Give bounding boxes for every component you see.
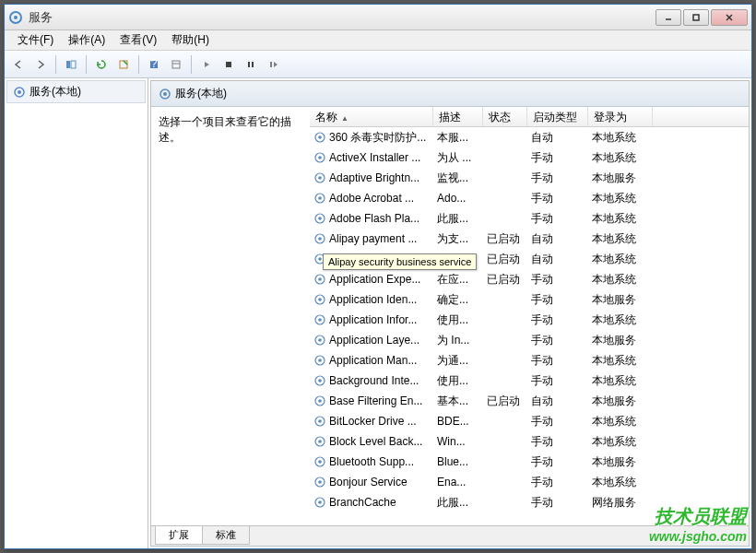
forward-button[interactable] (30, 54, 51, 75)
svg-point-30 (318, 217, 322, 220)
tree-root-services[interactable]: 服务(本地) (6, 80, 146, 103)
service-name: Bonjour Service (329, 476, 408, 488)
close-button[interactable] (711, 9, 748, 26)
service-startup: 手动 (527, 292, 588, 308)
refresh-button[interactable] (91, 54, 112, 75)
service-name: Bluetooth Supp... (329, 455, 414, 468)
help-button[interactable]: ? (144, 54, 164, 75)
service-row[interactable]: Application Iden...确定...手动本地服务 (310, 289, 749, 310)
service-row[interactable]: ActiveX Installer ...为从 ...手动本地系统 (310, 147, 749, 168)
separator (191, 55, 192, 74)
svg-point-26 (318, 176, 322, 180)
export-button[interactable] (113, 54, 134, 75)
tab-extended[interactable]: 扩展 (155, 526, 203, 545)
service-name: BitLocker Drive ... (329, 415, 417, 428)
details-panel: 服务(本地) 选择一个项目来查看它的描述。 名称▲ 描述 状态 启动类型 登录为… (150, 80, 750, 547)
service-row[interactable]: Base Filtering En...基本...已启动自动本地服务 (310, 391, 749, 411)
column-description[interactable]: 描述 (433, 107, 483, 126)
stop-service-button[interactable] (219, 54, 239, 75)
service-logon: 本地服务 (588, 454, 653, 470)
window-title: 服务 (29, 9, 654, 26)
service-startup: 手动 (527, 434, 588, 450)
column-startup-type[interactable]: 启动类型 (527, 107, 588, 126)
svg-point-36 (318, 277, 322, 281)
pause-service-button[interactable] (241, 54, 261, 75)
menu-action[interactable]: 操作(A) (61, 30, 112, 50)
service-row[interactable]: Bonjour ServiceEna...手动本地系统 (310, 472, 749, 492)
service-desc: 为从 ... (433, 150, 483, 166)
service-row[interactable]: BitLocker Drive ...BDE...手动本地系统 (310, 411, 749, 431)
service-row[interactable]: Adobe Flash Pla...此服...手动本地系统 (310, 208, 749, 229)
menu-view[interactable]: 查看(V) (112, 30, 164, 50)
service-logon: 本地系统 (588, 272, 653, 288)
service-row[interactable]: Application Man...为通...手动本地系统 (310, 350, 749, 371)
title-bar[interactable]: 服务 (5, 5, 751, 30)
service-desc: Win... (433, 435, 483, 448)
svg-point-22 (318, 135, 322, 139)
maximize-button[interactable] (683, 9, 709, 26)
service-name: Background Inte... (329, 374, 419, 387)
properties-button[interactable] (166, 54, 186, 75)
separator (86, 55, 87, 74)
menu-file[interactable]: 文件(F) (10, 30, 61, 50)
service-startup: 手动 (527, 211, 588, 227)
svg-point-18 (18, 90, 21, 94)
list-header: 名称▲ 描述 状态 启动类型 登录为 (310, 107, 749, 127)
service-row[interactable]: Application Expe...在应...已启动手动本地系统 (310, 269, 749, 289)
svg-point-50 (318, 419, 322, 423)
service-startup: 自动 (527, 394, 588, 409)
svg-rect-15 (252, 62, 254, 67)
service-startup: 手动 (527, 312, 588, 328)
menu-help[interactable]: 帮助(H) (164, 30, 217, 50)
service-startup: 自动 (527, 231, 588, 247)
panel-header: 服务(本地) (151, 81, 749, 107)
start-service-button[interactable] (196, 54, 217, 75)
tab-standard[interactable]: 标准 (202, 526, 250, 545)
service-icon (313, 476, 326, 488)
separator (55, 55, 56, 74)
column-status[interactable]: 状态 (483, 107, 527, 126)
service-logon: 本地系统 (588, 373, 653, 389)
service-logon: 本地服务 (588, 292, 653, 308)
service-row[interactable]: Block Level Back...Win...手动本地系统 (310, 431, 749, 452)
service-row[interactable]: Adobe Acrobat ...Ado...手动本地系统 (310, 188, 749, 208)
svg-rect-8 (120, 61, 127, 68)
service-desc: BDE... (433, 415, 483, 428)
back-button[interactable] (8, 54, 29, 75)
service-logon: 本地服务 (588, 394, 653, 409)
service-startup: 手动 (527, 495, 588, 511)
service-row[interactable]: Adaptive Brightn...监视...手动本地服务 (310, 168, 749, 188)
service-desc: 基本... (433, 394, 483, 409)
column-name[interactable]: 名称▲ (310, 107, 433, 126)
service-row[interactable]: Alipay payment ...为支...已启动自动本地系统 (310, 229, 749, 249)
column-logon-as[interactable]: 登录为 (588, 107, 653, 126)
svg-point-40 (318, 318, 322, 322)
service-desc: 为通... (433, 353, 483, 369)
service-row[interactable]: Bluetooth Supp...Blue...手动本地服务 (310, 452, 749, 472)
restart-service-button[interactable] (263, 54, 283, 75)
service-row[interactable]: Background Inte...使用...手动本地系统 (310, 371, 749, 391)
service-desc: 使用... (433, 373, 483, 389)
service-icon (313, 131, 326, 144)
svg-point-54 (318, 460, 322, 464)
service-row[interactable]: Application Infor...使用...手动本地系统 (310, 310, 749, 330)
svg-point-28 (318, 196, 322, 200)
service-row[interactable]: BranchCache此服...手动网络服务 (310, 492, 749, 512)
service-row[interactable]: 360 杀毒实时防护...本服...自动本地系统 (310, 127, 749, 147)
description-pane: 选择一个项目来查看它的描述。 (151, 107, 310, 525)
service-name: Alipay payment ... (329, 232, 417, 245)
service-name: Adobe Acrobat ... (329, 192, 414, 205)
minimize-button[interactable] (656, 9, 681, 26)
svg-point-34 (318, 257, 322, 261)
separator (138, 55, 139, 74)
sort-arrow-icon: ▲ (341, 114, 348, 123)
service-name: Application Man... (329, 354, 417, 367)
show-hide-tree-button[interactable] (61, 54, 81, 75)
svg-rect-13 (226, 62, 231, 67)
svg-rect-6 (66, 61, 70, 68)
service-startup: 自动 (527, 252, 588, 267)
service-row[interactable]: Application Laye...为 In...手动本地服务 (310, 330, 749, 350)
service-icon (313, 496, 326, 509)
list-rows[interactable]: Alipay security business service 360 杀毒实… (310, 127, 749, 525)
tooltip: Alipay security business service (323, 253, 477, 270)
